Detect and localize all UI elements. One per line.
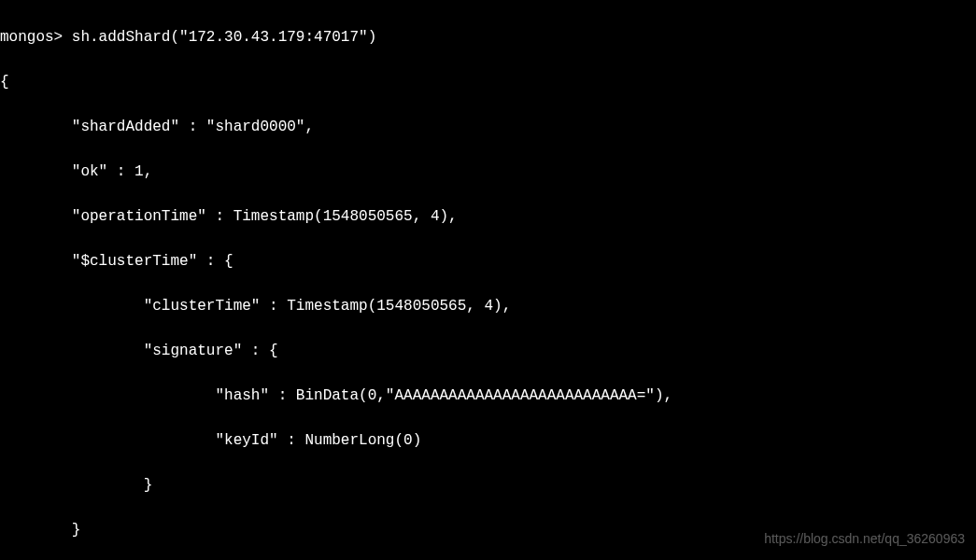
terminal-line: "clusterTime" : Timestamp(1548050565, 4)… [0,295,976,317]
watermark-text: https://blog.csdn.net/qq_36260963 [764,529,965,549]
terminal-line: "hash" : BinData(0,"AAAAAAAAAAAAAAAAAAAA… [0,385,976,407]
terminal-line: "keyId" : NumberLong(0) [0,429,976,452]
terminal-line: "$clusterTime" : { [0,250,976,273]
terminal-line: { [0,71,976,93]
terminal-line: "ok" : 1, [0,161,976,183]
terminal-line: mongos> sh.addShard("172.30.43.179:47017… [0,26,976,49]
terminal-line: "signature" : { [0,340,976,362]
terminal-line: "operationTime" : Timestamp(1548050565, … [0,205,976,228]
terminal-line: } [0,474,976,497]
terminal-output: mongos> sh.addShard("172.30.43.179:47017… [0,4,976,560]
terminal-line: "shardAdded" : "shard0000", [0,116,976,138]
